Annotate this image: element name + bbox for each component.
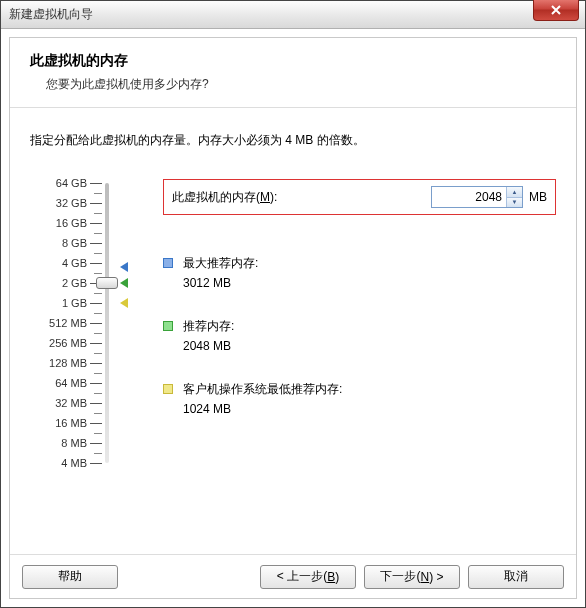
memory-details: 此虚拟机的内存(M): ▲ ▼ MB 最大推荐内存:3012 MB推荐内存:20… [145,179,556,444]
slider-tick-label: 1 GB [62,297,87,309]
slider-tick-minor [94,273,102,274]
slider-tick-minor [94,233,102,234]
titlebar: 新建虚拟机向导 [1,1,585,29]
recommendation-row: 客户机操作系统最低推荐内存:1024 MB [163,381,556,416]
spinner-down[interactable]: ▼ [507,198,522,208]
slider-tick-label: 8 MB [61,437,87,449]
memory-input[interactable] [432,187,506,207]
slider-tick-minor [94,313,102,314]
yellow-square-icon [163,384,173,394]
slider-tick-label: 128 MB [49,357,87,369]
blue-square-icon [163,258,173,268]
back-button[interactable]: < 上一步(B) [260,565,356,589]
slider-tick [90,223,102,224]
memory-row: 64 GB32 GB16 GB8 GB4 GB2 GB1 GB512 MB256… [30,179,556,444]
close-button[interactable] [533,0,579,21]
header: 此虚拟机的内存 您要为此虚拟机使用多少内存? [10,38,576,108]
slider-tick-minor [94,193,102,194]
slider-tick-minor [94,293,102,294]
slider-tick-minor [94,453,102,454]
slider-tick [90,403,102,404]
recommendation-title: 最大推荐内存: [183,255,258,272]
slider-tick [90,423,102,424]
recommendation-title: 客户机操作系统最低推荐内存: [183,381,342,398]
slider-tick [90,243,102,244]
memory-field-label: 此虚拟机的内存(M): [172,189,431,206]
green-square-icon [163,321,173,331]
slider-tick-label: 2 GB [62,277,87,289]
wizard-window: 新建虚拟机向导 此虚拟机的内存 您要为此虚拟机使用多少内存? 指定分配给此虚拟机… [0,0,586,608]
slider-tick [90,383,102,384]
header-title: 此虚拟机的内存 [30,52,556,70]
memory-field-row: 此虚拟机的内存(M): ▲ ▼ MB [163,179,556,215]
slider-tick [90,183,102,184]
recommendation-value: 2048 MB [183,339,234,353]
cancel-button[interactable]: 取消 [468,565,564,589]
recommended-marker [120,278,128,288]
slider-tick [90,203,102,204]
recommendation-row: 最大推荐内存:3012 MB [163,255,556,290]
slider-tick-minor [94,333,102,334]
slider-tick-minor [94,253,102,254]
header-subtitle: 您要为此虚拟机使用多少内存? [30,76,556,93]
recommendation-value: 3012 MB [183,276,258,290]
slider-tick-label: 16 MB [55,417,87,429]
next-button[interactable]: 下一步(N) > [364,565,460,589]
slider-tick-label: 8 GB [62,237,87,249]
slider-tick-minor [94,373,102,374]
slider-tick-minor [94,433,102,434]
slider-tick [90,303,102,304]
instruction-text: 指定分配给此虚拟机的内存量。内存大小必须为 4 MB 的倍数。 [30,132,556,149]
slider-tick [90,323,102,324]
max-recommended-marker [120,262,128,272]
slider-tick [90,463,102,464]
dialog-body: 此虚拟机的内存 您要为此虚拟机使用多少内存? 指定分配给此虚拟机的内存量。内存大… [9,37,577,599]
slider-tick-label: 32 GB [56,197,87,209]
recommendation-title: 推荐内存: [183,318,234,335]
content: 指定分配给此虚拟机的内存量。内存大小必须为 4 MB 的倍数。 64 GB32 … [10,108,576,554]
spinner-buttons: ▲ ▼ [506,187,522,207]
slider-tick [90,263,102,264]
min-recommended-marker [120,298,128,308]
memory-unit: MB [529,190,547,204]
recommendation-row: 推荐内存:2048 MB [163,318,556,353]
slider-tick-label: 256 MB [49,337,87,349]
slider-tick-label: 32 MB [55,397,87,409]
footer: 帮助 < 上一步(B) 下一步(N) > 取消 [10,554,576,598]
slider-tick [90,343,102,344]
slider-tick-label: 16 GB [56,217,87,229]
slider-tick [90,443,102,444]
close-icon [550,4,562,16]
memory-spinner: ▲ ▼ [431,186,523,208]
spinner-up[interactable]: ▲ [507,187,522,198]
slider-tick-label: 512 MB [49,317,87,329]
help-button[interactable]: 帮助 [22,565,118,589]
slider-tick-minor [94,353,102,354]
slider-tick-label: 64 GB [56,177,87,189]
slider-tick [90,363,102,364]
slider-tick-label: 4 GB [62,257,87,269]
slider-tick-minor [94,213,102,214]
window-title: 新建虚拟机向导 [9,6,93,23]
slider-tick-label: 4 MB [61,457,87,469]
recommendation-value: 1024 MB [183,402,342,416]
slider-tick-label: 64 MB [55,377,87,389]
slider-tick-minor [94,413,102,414]
memory-slider-track[interactable] [105,183,109,463]
slider-tick-minor [94,393,102,394]
memory-slider-thumb[interactable] [96,277,118,289]
